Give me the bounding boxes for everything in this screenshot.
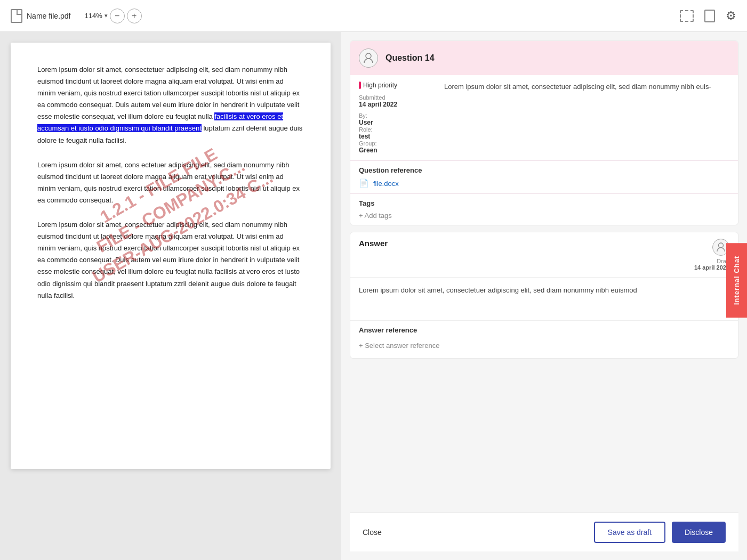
answer-card: Answer Draft 14 april 2022 Lorem ipsum d… — [350, 232, 738, 359]
role-value: test — [359, 133, 444, 140]
tags-section: Tags + Add tags — [350, 193, 738, 225]
tags-label: Tags — [359, 199, 729, 207]
zoom-controls: 114% ▾ − + — [84, 9, 141, 23]
answer-ref-label: Answer reference — [359, 326, 729, 334]
question-title: Question 14 — [385, 53, 435, 63]
meta-right: Lorem ipsum dolor sit amet, consectetuer… — [444, 82, 729, 154]
ref-file: 📄 file.docx — [359, 178, 729, 188]
save-as-draft-button[interactable]: Save as draft — [594, 522, 666, 543]
question-ref-section: Question reference 📄 file.docx — [350, 160, 738, 193]
gear-icon[interactable]: ⚙ — [726, 9, 736, 23]
priority-label: High priority — [363, 82, 397, 89]
right-panel: Question 14 High priority Submitted 14 a… — [341, 32, 747, 560]
zoom-out-button[interactable]: − — [110, 9, 125, 23]
toolbar-icons: ⚙ — [680, 9, 736, 23]
pdf-area[interactable]: 1.2.1 - FILE FILE FILE - COMPANY.C... US… — [0, 32, 341, 560]
svg-point-0 — [366, 53, 371, 59]
group-value: Green — [359, 147, 444, 154]
pdf-paragraph-2: Lorem ipsum dolor sit amet, cons ectetue… — [37, 159, 304, 206]
main-content: 1.2.1 - FILE FILE FILE - COMPANY.C... US… — [0, 32, 747, 560]
submitted-date: 14 april 2022 — [359, 101, 444, 108]
internal-chat-tab[interactable]: Internal Chat — [726, 242, 747, 317]
answer-title: Answer — [359, 239, 694, 248]
close-button[interactable]: Close — [363, 528, 382, 537]
answer-header: Answer Draft 14 april 2022 — [350, 232, 738, 278]
ref-file-name: file.docx — [373, 180, 399, 188]
selection-icon[interactable] — [680, 10, 694, 22]
question-ref-label: Question reference — [359, 166, 729, 174]
file-icon — [11, 9, 22, 23]
file-info: Name file.pdf — [11, 9, 70, 23]
doc-icon: 📄 — [359, 178, 369, 188]
question-header: Question 14 — [350, 41, 738, 75]
zoom-in-button[interactable]: + — [127, 9, 142, 23]
add-tags-button[interactable]: + Add tags — [359, 212, 392, 220]
submitted-label: Submitted — [359, 94, 444, 101]
role-label: Role: — [359, 126, 444, 133]
bottom-bar: Close Save as draft Disclose — [350, 513, 738, 551]
question-meta: High priority Submitted 14 april 2022 By… — [350, 75, 738, 160]
zoom-level: 114% — [84, 12, 102, 20]
file-name: Name file.pdf — [27, 12, 70, 20]
priority-bar-icon — [359, 82, 361, 89]
priority-badge: High priority — [359, 82, 444, 89]
answer-ref-section: Answer reference + Select answer referen… — [350, 320, 738, 358]
group-label: Group: — [359, 140, 444, 147]
draft-date: 14 april 2022 — [694, 264, 729, 271]
meta-left: High priority Submitted 14 april 2022 By… — [359, 82, 444, 154]
question-card: Question 14 High priority Submitted 14 a… — [350, 40, 738, 225]
answer-meta-col: Draft 14 april 2022 — [694, 239, 729, 271]
select-ref-button[interactable]: + Select answer reference — [359, 338, 439, 353]
by-label: By: — [359, 112, 444, 119]
pdf-paragraph-3: Lorem ipsum dolor sit amet, consectetuer… — [37, 219, 304, 302]
question-avatar — [359, 48, 378, 68]
disclose-button[interactable]: Disclose — [672, 522, 726, 543]
svg-point-1 — [719, 243, 724, 248]
answer-body-text: Lorem ipsum dolor sit amet, consectetuer… — [359, 286, 637, 294]
toolbar: Name file.pdf 114% ▾ − + ⚙ — [0, 0, 747, 32]
pdf-paragraph-1: Lorem ipsum dolor sit amet, consectetuer… — [37, 64, 304, 147]
page-icon[interactable] — [704, 10, 715, 22]
action-buttons: Save as draft Disclose — [594, 522, 726, 543]
pdf-page: 1.2.1 - FILE FILE FILE - COMPANY.C... US… — [11, 43, 331, 469]
by-value: User — [359, 119, 444, 126]
pdf-highlight: facilisis at vero eros et accumsan et iu… — [37, 112, 283, 132]
chevron-down-icon: ▾ — [105, 12, 108, 19]
answer-body: Lorem ipsum dolor sit amet, consectetuer… — [350, 278, 738, 320]
answer-title-col: Answer — [359, 239, 694, 271]
question-body-text: Lorem ipsum dolor sit amet, consectetuer… — [444, 83, 711, 91]
